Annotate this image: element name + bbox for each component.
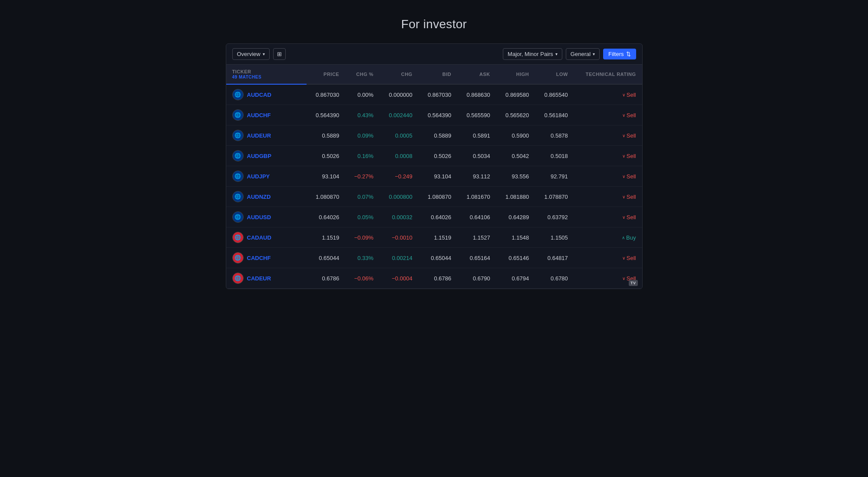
price-cell: 0.6786 (307, 268, 346, 289)
rating-sell: ∨ Sell (580, 132, 636, 139)
price-cell: 0.564390 (307, 105, 346, 125)
table-row[interactable]: 🌐 AUDUSD 0.64026 0.05% 0.00032 0.64026 0… (226, 207, 642, 227)
ticker-name[interactable]: AUDUSD (247, 214, 271, 220)
col-ticker: TICKER 49 MATCHES (226, 65, 307, 84)
page-title: For investor (401, 17, 467, 31)
col-low[interactable]: LOW (535, 65, 574, 84)
ask-cell: 0.64106 (457, 207, 496, 227)
ticker-name[interactable]: CADCHF (247, 255, 271, 261)
bars-icon-button[interactable]: ⊞ (273, 48, 286, 60)
bid-cell: 0.564390 (419, 105, 458, 125)
chg-pct-cell: 0.33% (345, 248, 380, 268)
ask-cell: 0.5891 (457, 125, 496, 146)
rating-sell: ∨ Sell (580, 214, 636, 220)
toolbar-right: Major, Minor Pairs ▾ General ▾ Filters ⇅ (503, 48, 636, 60)
rating-sell: ∨ Sell (580, 275, 636, 282)
general-selector[interactable]: General ▾ (566, 48, 600, 60)
chevron-down-icon: ∨ (622, 215, 625, 220)
ticker-name[interactable]: AUDNZD (247, 194, 271, 200)
table-row[interactable]: 🌐 AUDGBP 0.5026 0.16% 0.0008 0.5026 0.50… (226, 146, 642, 166)
ticker-name[interactable]: AUDCAD (247, 92, 271, 98)
price-cell: 0.5889 (307, 125, 346, 146)
high-cell: 1.081880 (496, 187, 535, 207)
col-price[interactable]: PRICE (307, 65, 346, 84)
rating-sell: ∨ Sell (580, 255, 636, 261)
ticker-cell: 🌐 AUDCAD (226, 85, 307, 105)
filters-label: Filters (608, 51, 624, 57)
rating-sell: ∨ Sell (580, 153, 636, 159)
filters-button[interactable]: Filters ⇅ (603, 49, 636, 59)
ticker-cell: 🌐 AUDJPY (226, 166, 307, 186)
col-bid[interactable]: BID (419, 65, 458, 84)
chg-cell: −0.249 (380, 166, 419, 187)
low-cell: 1.078870 (535, 187, 574, 207)
table-row[interactable]: 🌐 CADCHF 0.65044 0.33% 0.00214 0.65044 0… (226, 248, 642, 268)
price-cell: 1.080870 (307, 187, 346, 207)
chevron-up-icon: ∧ (622, 235, 625, 240)
table-row[interactable]: 🌐 AUDEUR 0.5889 0.09% 0.0005 0.5889 0.58… (226, 125, 642, 146)
table-row[interactable]: 🌐 AUDNZD 1.080870 0.07% 0.000800 1.08087… (226, 187, 642, 207)
ticker-cell: 🌐 CADAUD (226, 227, 307, 247)
bid-cell: 0.5889 (419, 125, 458, 146)
bid-cell: 0.65044 (419, 248, 458, 268)
data-table: TICKER 49 MATCHES PRICE CHG % CHG BID (226, 65, 642, 289)
ticker-name[interactable]: AUDGBP (247, 153, 271, 159)
flag-aud-icon: 🌐 (232, 191, 244, 202)
chevron-down-icon: ∨ (622, 256, 625, 260)
pairs-selector[interactable]: Major, Minor Pairs ▾ (503, 48, 562, 60)
high-cell: 0.5042 (496, 146, 535, 166)
price-cell: 93.104 (307, 166, 346, 187)
chg-pct-cell: 0.05% (345, 207, 380, 227)
low-cell: 0.561840 (535, 105, 574, 125)
col-technical-rating[interactable]: TECHNICAL RATING (574, 65, 642, 84)
col-high[interactable]: HIGH (496, 65, 535, 84)
col-chg[interactable]: CHG (380, 65, 419, 84)
table-row[interactable]: 🌐 CADEUR 0.6786 −0.06% −0.0004 0.6786 0.… (226, 268, 642, 289)
table-row[interactable]: 🌐 AUDCHF 0.564390 0.43% 0.002440 0.56439… (226, 105, 642, 125)
low-cell: 92.791 (535, 166, 574, 187)
high-cell: 0.65146 (496, 248, 535, 268)
overview-button[interactable]: Overview ▾ (232, 48, 270, 60)
ticker-name[interactable]: AUDEUR (247, 132, 271, 139)
rating-cell: ∨ Sell (574, 146, 642, 166)
col-chg-pct[interactable]: CHG % (345, 65, 380, 84)
ask-cell: 0.868630 (457, 84, 496, 105)
widget-container: Overview ▾ ⊞ Major, Minor Pairs ▾ Genera… (226, 43, 643, 289)
low-cell: 0.6780 (535, 268, 574, 289)
chg-pct-cell: 0.09% (345, 125, 380, 146)
high-cell: 0.5900 (496, 125, 535, 146)
rating-cell: ∨ Sell (574, 105, 642, 125)
table-row[interactable]: 🌐 AUDJPY 93.104 −0.27% −0.249 93.104 93.… (226, 166, 642, 187)
bid-cell: 0.64026 (419, 207, 458, 227)
general-chevron-icon: ▾ (593, 52, 595, 56)
ticker-cell: 🌐 CADEUR (226, 268, 307, 288)
rating-cell: ∧ Buy (574, 227, 642, 248)
bid-cell: 1.1519 (419, 227, 458, 248)
ticker-name[interactable]: CADEUR (247, 275, 271, 282)
ticker-name[interactable]: AUDCHF (247, 112, 271, 118)
ask-cell: 0.65164 (457, 248, 496, 268)
high-cell: 0.6794 (496, 268, 535, 289)
rating-cell: ∨ Sell (574, 207, 642, 227)
chevron-down-icon: ∨ (622, 113, 625, 118)
bid-cell: 93.104 (419, 166, 458, 187)
flag-aud-icon: 🌐 (232, 89, 244, 100)
chevron-down-icon: ∨ (622, 154, 625, 158)
flag-aud-icon: 🌐 (232, 130, 244, 141)
ask-cell: 93.112 (457, 166, 496, 187)
toolbar: Overview ▾ ⊞ Major, Minor Pairs ▾ Genera… (226, 44, 642, 65)
ticker-name[interactable]: AUDJPY (247, 173, 270, 180)
chg-cell: 0.000800 (380, 187, 419, 207)
chg-pct-cell: 0.00% (345, 84, 380, 105)
low-cell: 0.5878 (535, 125, 574, 146)
chevron-down-icon: ∨ (622, 92, 625, 97)
table-row[interactable]: 🌐 CADAUD 1.1519 −0.09% −0.0010 1.1519 1.… (226, 227, 642, 248)
table-area: TICKER 49 MATCHES PRICE CHG % CHG BID (226, 65, 642, 289)
ticker-name[interactable]: CADAUD (247, 234, 271, 241)
table-row[interactable]: 🌐 AUDCAD 0.867030 0.00% 0.000000 0.86703… (226, 84, 642, 105)
high-cell: 0.64289 (496, 207, 535, 227)
chg-cell: 0.00214 (380, 248, 419, 268)
pairs-label: Major, Minor Pairs (508, 51, 553, 57)
high-cell: 0.565620 (496, 105, 535, 125)
col-ask[interactable]: ASK (457, 65, 496, 84)
